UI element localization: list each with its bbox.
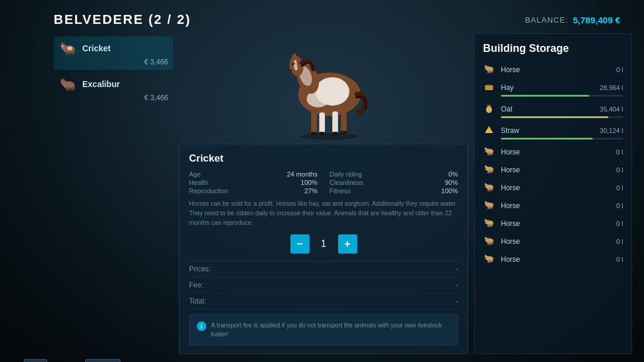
space-key: SPACE [85,359,120,362]
storage-item-name-10: Horse [501,255,590,264]
prices-dash: - [456,265,458,273]
back-nav[interactable]: ESC BACK [24,359,73,362]
svg-rect-73 [491,188,493,191]
transport-notice: i A transport fee is applied if you do n… [189,314,458,345]
svg-point-26 [289,70,292,72]
progress-bar-3 [501,138,593,140]
svg-rect-81 [491,206,493,209]
svg-rect-105 [491,259,493,262]
storage-items-list: ♦ Horse 0 l ♦ Hay 28,964 l ♦ Oat 35,404 [483,63,623,266]
svg-point-91 [485,221,486,222]
storage-horse-icon-6: ♦ [483,181,496,194]
svg-rect-97 [491,242,493,245]
storage-item-0: ♦ Horse 0 l [483,63,623,76]
storage-item-name-4: Horse [501,148,590,156]
storage-horse-icon-0: ♦ [483,63,496,76]
storage-item-value-7: 0 l [595,202,623,209]
bottom-bar: ESC BACK SPACE MOVE TO PRODUCTION [0,354,644,362]
svg-text:♦: ♦ [488,201,489,203]
storage-oat-icon-2: ♦ [483,103,496,116]
storage-item-name-3: Straw [501,126,590,135]
svg-point-83 [485,203,486,205]
svg-point-35 [301,133,357,140]
age-value: 24 months [287,171,317,178]
storage-horse-icon-10: ♦ [483,253,496,266]
svg-rect-79 [488,206,490,209]
animal-list: Cricket € 3,466 Excalib [54,33,173,354]
storage-horse-icon-7: ♦ [483,199,496,212]
storage-item-4: ♦ Horse 0 l [483,146,623,159]
stat-health: Health 100% [189,179,318,186]
svg-rect-103 [488,260,490,263]
svg-point-48 [486,106,492,113]
cricket-name: Cricket [82,44,110,53]
reproduction-label: Reproduction [189,187,228,194]
excalibur-price: € 3,466 [58,94,168,102]
quantity-control: − 1 + [189,234,458,253]
storage-item-name-9: Horse [501,237,590,246]
svg-text:♦: ♦ [488,104,489,107]
svg-rect-39 [490,70,491,73]
fee-label: Fee: [189,281,203,289]
svg-text:♦: ♦ [488,255,489,257]
svg-rect-12 [69,87,71,91]
svg-rect-71 [488,188,490,191]
storage-item-value-3: 30,124 l [595,127,623,134]
storage-item-5: ♦ Horse 0 l [483,163,623,177]
svg-rect-65 [491,170,493,173]
prices-row: Prices: - [189,261,458,277]
age-label: Age [189,171,201,178]
health-label: Health [189,179,208,186]
svg-rect-29 [332,112,338,134]
production-nav[interactable]: SPACE MOVE TO PRODUCTION [85,359,219,362]
balance-value: 5,789,409 € [573,15,620,25]
svg-rect-38 [488,70,490,73]
storage-panel: Building Storage ♦ Horse 0 l ♦ Hay [474,33,632,354]
svg-text:♦: ♦ [488,183,489,185]
minus-button[interactable]: − [290,234,309,253]
svg-rect-72 [490,188,491,191]
svg-rect-80 [490,206,491,209]
storage-item-name-7: Horse [501,202,590,210]
stat-fitness: Fitness 100% [330,187,459,194]
storage-item-name-5: Horse [501,166,590,174]
svg-rect-104 [490,260,491,263]
svg-point-107 [485,257,486,258]
storage-hay-icon-1: ♦ [483,81,496,94]
svg-rect-87 [488,224,490,227]
svg-point-42 [485,67,486,69]
animal-item-excalibur[interactable]: Excalibur € 3,466 [54,72,173,106]
balance-container: BALANCE: 5,789,409 € [525,15,620,25]
storage-item-value-8: 0 l [595,220,623,227]
animal-item-cricket[interactable]: Cricket € 3,466 [54,36,173,70]
storage-item-value-6: 0 l [595,184,623,191]
svg-rect-57 [491,152,493,155]
cricket-horse-icon [58,40,78,57]
progress-container-1 [501,95,623,97]
svg-rect-2 [66,51,68,55]
storage-item-name-0: Horse [501,66,590,74]
horse-name-header: Cricket [189,153,458,165]
plus-button[interactable]: + [338,234,357,253]
daily-riding-value: 0% [448,171,458,178]
svg-rect-5 [74,50,75,54]
stat-cleanliness: Cleanliness 90% [330,179,459,186]
storage-horse-icon-8: ♦ [483,217,496,230]
content-area: Cricket € 3,466 Excalib [0,33,644,354]
storage-item-name-1: Hay [501,83,590,92]
svg-rect-55 [488,153,490,156]
svg-rect-88 [490,224,491,227]
svg-point-25 [292,63,293,64]
storage-item-value-2: 35,404 l [595,106,623,113]
svg-text:♦: ♦ [488,165,489,168]
svg-point-67 [485,168,486,169]
esc-key: ESC [24,359,47,362]
total-dash: - [456,297,458,305]
page-title: BELVEDERE (2 / 2) [54,12,191,27]
daily-riding-label: Daily riding [330,171,362,178]
svg-text:♦: ♦ [488,147,489,150]
storage-item-value-0: 0 l [595,66,623,73]
svg-point-7 [67,47,72,50]
middle-panel: Cricket Age 24 months Daily riding 0% He… [179,33,468,354]
storage-item-name-8: Horse [501,219,590,228]
